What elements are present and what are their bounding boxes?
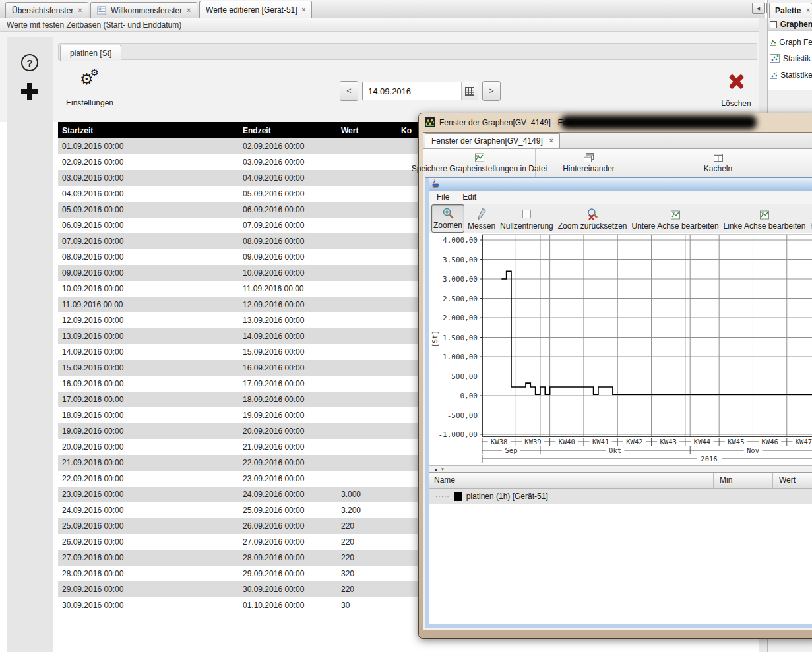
tab-close-icon[interactable]: × <box>187 7 191 14</box>
graph-window-tab-close-icon[interactable]: × <box>549 138 553 144</box>
cell-startzeit: 16.09.2016 00:00 <box>58 379 243 388</box>
palette-tab[interactable]: Palette × <box>769 3 812 18</box>
nullzentrierung-checkbox[interactable] <box>522 210 531 218</box>
palette-item-3[interactable]: Statistike <box>768 67 812 83</box>
palette-item-label: Graph Fe <box>779 38 812 47</box>
cell-startzeit: 20.09.2016 00:00 <box>58 442 243 452</box>
cell-startzeit: 30.09.2016 00:00 <box>58 601 243 610</box>
cell-startzeit: 25.09.2016 00:00 <box>58 521 243 531</box>
tile-windows-icon <box>713 152 724 163</box>
legend-col-wert[interactable]: Wert <box>779 475 796 485</box>
chart-area[interactable]: 4.000,003.500,003.000,002.500,002.000,00… <box>429 233 812 465</box>
svg-text:KW45: KW45 <box>728 438 744 446</box>
column-header-0[interactable]: Startzeit <box>58 126 243 135</box>
graph-item-icon <box>770 37 776 47</box>
palette-item-2[interactable]: Statistik <box>768 50 812 67</box>
cell-endzeit: 05.09.2016 00:00 <box>243 189 341 198</box>
cell-endzeit: 02.09.2016 00:00 <box>243 142 341 151</box>
collapse-icon[interactable]: − <box>770 21 777 28</box>
svg-text:2.500,00: 2.500,00 <box>443 295 478 303</box>
legend-col-min[interactable]: Min <box>720 475 732 485</box>
step-chart-svg: 4.000,003.500,003.000,002.500,002.000,00… <box>429 233 812 465</box>
window-toolbar-button-2[interactable]: Hintereinander <box>536 149 642 177</box>
calendar-button[interactable] <box>461 82 478 100</box>
menu-file[interactable]: File <box>437 193 449 202</box>
next-day-button[interactable]: > <box>482 81 501 101</box>
window-toolbar-button-3[interactable]: Kacheln <box>642 149 794 177</box>
cell-endzeit: 10.09.2016 00:00 <box>243 268 341 278</box>
chart-toolbar: ZoomenMessenNullzentrierungZoom zurückse… <box>429 204 812 233</box>
previous-day-button[interactable]: < <box>340 81 358 101</box>
help-icon[interactable]: ? <box>21 54 38 71</box>
cell-endzeit: 25.09.2016 00:00 <box>243 506 341 515</box>
tool-rechte-achse[interactable]: Rechte Achse <box>809 204 812 233</box>
tool-messen[interactable]: Messen <box>466 204 497 233</box>
tool-untere-achse-bearbeiten[interactable]: Untere Achse bearbeiten <box>631 204 720 233</box>
legend-series-row[interactable]: ·····platinen (1h) [Gerät-51] <box>429 489 812 504</box>
series-name: platinen (1h) [Gerät-51] <box>466 492 548 501</box>
main-tab-3[interactable]: Werte editieren [Gerät-51]× <box>199 1 312 18</box>
delete-button[interactable]: Löschen <box>715 74 757 108</box>
settings-button[interactable]: ⚙⚙ Einstellungen <box>63 69 116 107</box>
graph-window-body: Fenster der Graphen[GV_4149] × Speichere… <box>423 132 812 630</box>
legend-col-separator[interactable] <box>772 473 773 488</box>
column-header-1[interactable]: Endzeit <box>243 126 341 135</box>
chart-legend-splitter[interactable]: ▲ ▼ <box>429 465 812 473</box>
window-toolbar-label: Speichere Grapheinstellungen in Datei <box>412 164 547 173</box>
cell-wert: 220 <box>341 521 401 531</box>
cell-endzeit: 29.09.2016 00:00 <box>243 569 341 578</box>
main-tabs: Übersichtsfenster×Willkommensfenster×Wer… <box>5 1 314 18</box>
palette-item-1[interactable]: Graph Fe <box>768 34 812 50</box>
legend-rows: ·····platinen (1h) [Gerät-51] <box>429 489 812 504</box>
tool-label: Untere Achse bearbeiten <box>632 222 719 231</box>
graph-window-titlebar[interactable]: Fenster der Graphen[GV_4149] - Editor <box>419 113 812 132</box>
tool-linke-achse-bearbeiten[interactable]: Linke Achse bearbeiten <box>722 204 807 233</box>
tool-zoomen[interactable]: Zoomen <box>431 204 464 233</box>
column-header-2[interactable]: Wert <box>341 126 401 135</box>
legend-col-separator[interactable] <box>713 473 714 488</box>
tab-platinen[interactable]: platinen [St] <box>60 45 121 61</box>
palette-group-header[interactable]: − Graphen <box>768 18 812 31</box>
cell-endzeit: 21.09.2016 00:00 <box>243 442 341 452</box>
scroll-tabs-left-button[interactable]: ◀ <box>752 3 765 14</box>
main-tab-1[interactable]: Übersichtsfenster× <box>5 2 88 18</box>
cascade-windows-icon <box>583 152 594 163</box>
tool-zoom-zur-cksetzen[interactable]: Zoom zurücksetzen <box>557 204 629 233</box>
welcome-icon <box>97 6 106 15</box>
cell-wert: 30 <box>341 601 401 610</box>
svg-text:2016: 2016 <box>701 455 717 463</box>
main-tab-2[interactable]: Willkommensfenster× <box>90 2 197 18</box>
tool-nullzentrierung[interactable]: Nullzentrierung <box>499 204 555 233</box>
cell-endzeit: 04.09.2016 00:00 <box>243 173 341 183</box>
graph-window-tab[interactable]: Fenster der Graphen[GV_4149] × <box>425 133 560 148</box>
window-toolbar-label: Hintereinander <box>563 164 615 173</box>
splitter-down-icon[interactable]: ▼ <box>441 467 445 471</box>
cell-startzeit: 18.09.2016 00:00 <box>58 411 243 420</box>
date-input[interactable] <box>363 86 461 97</box>
menu-edit[interactable]: Edit <box>462 193 476 202</box>
cell-startzeit: 28.09.2016 00:00 <box>58 569 243 578</box>
cell-wert: 3.000 <box>341 490 401 499</box>
legend-header: NameMinWert <box>429 473 812 489</box>
svg-text:1.500,00: 1.500,00 <box>443 334 478 342</box>
cell-endzeit: 13.09.2016 00:00 <box>243 316 341 325</box>
svg-text:4.000,00: 4.000,00 <box>443 236 478 245</box>
svg-text:KW38: KW38 <box>491 438 507 446</box>
graph-window-tabstrip: Fenster der Graphen[GV_4149] × <box>423 133 812 149</box>
add-row-icon[interactable] <box>21 83 38 100</box>
inner-frame-titlebar[interactable] <box>429 178 812 191</box>
legend-col-name[interactable]: Name <box>434 475 455 485</box>
svg-text:[St]: [St] <box>431 330 439 348</box>
svg-text:-1.000,00: -1.000,00 <box>438 430 478 439</box>
tab-close-icon[interactable]: × <box>78 7 82 14</box>
svg-text:3.500,00: 3.500,00 <box>443 256 478 264</box>
splitter-up-icon[interactable]: ▲ <box>434 467 438 471</box>
tab-close-icon[interactable]: × <box>302 7 306 13</box>
graph-window-toolbar: Speichere Grapheinstellungen in DateiHin… <box>423 149 812 177</box>
svg-text:2.000,00: 2.000,00 <box>443 314 478 322</box>
palette-close-icon[interactable]: × <box>806 7 810 14</box>
window-toolbar-button-1[interactable]: Speichere Grapheinstellungen in Datei <box>423 149 536 177</box>
statistik-item-icon <box>770 70 777 80</box>
chart-document-icon <box>474 152 485 163</box>
graph-window-tab-label: Fenster der Graphen[GV_4149] <box>431 136 543 146</box>
